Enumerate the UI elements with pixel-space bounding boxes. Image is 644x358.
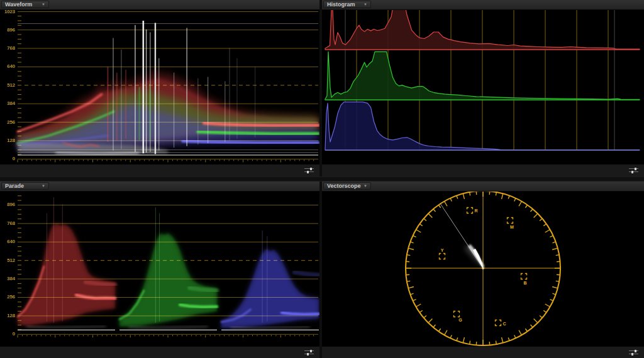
panel-divider-horizontal[interactable] [0, 176, 644, 182]
waveform-axis-label: 256 [0, 120, 15, 125]
parade-header: Parade ▼ [0, 182, 319, 192]
waveform-header: Waveform ▼ [0, 0, 319, 10]
waveform-axis-label: 384 [0, 101, 15, 106]
chevron-down-icon: ▼ [42, 3, 45, 6]
sliders-icon[interactable] [629, 349, 639, 355]
chevron-down-icon: ▼ [364, 184, 367, 188]
parade-axis-label: 512 [0, 258, 15, 263]
waveform-footer [0, 164, 319, 176]
vectorscope-panel: R M Y B G C Vectorscope ▼ [322, 182, 644, 358]
waveform-axis-label: 512 [0, 83, 15, 88]
histogram-footer [322, 164, 644, 176]
parade-footer [0, 346, 319, 358]
parade-axis-label: 384 [0, 276, 15, 281]
waveform-axis-label: 896 [0, 28, 15, 33]
parade-axis-label: 896 [0, 202, 15, 207]
vectorscope-header: Vectorscope ▼ [322, 182, 644, 192]
chevron-down-icon: ▼ [42, 184, 45, 188]
vectorscope-target-label-r: R [474, 209, 477, 213]
scopes-workspace: 1023 896 768 640 512 384 256 128 0 Wavef… [0, 0, 644, 358]
vectorscope-footer [322, 346, 644, 358]
vectorscope-title: Vectorscope [327, 183, 361, 189]
sliders-icon[interactable] [304, 167, 314, 173]
histogram-title: Histogram [327, 1, 355, 8]
parade-graph [0, 182, 319, 358]
parade-title: Parade [5, 183, 24, 189]
parade-panel: 896 768 640 512 384 256 128 0 Parade ▼ [0, 182, 319, 358]
waveform-axis-label: 768 [0, 46, 15, 51]
sliders-icon[interactable] [304, 349, 314, 355]
parade-type-dropdown[interactable]: Parade ▼ [1, 182, 49, 190]
vectorscope-target-label-c: C [502, 322, 506, 326]
sliders-icon[interactable] [629, 167, 639, 173]
vectorscope-target-label-g: G [458, 318, 462, 322]
vectorscope-target-label-m: M [510, 225, 514, 229]
histogram-graph [322, 0, 644, 176]
parade-axis-label: 128 [0, 313, 15, 318]
waveform-type-dropdown[interactable]: Waveform ▼ [1, 1, 49, 8]
parade-axis-label: 256 [0, 295, 15, 300]
parade-axis-label: 768 [0, 221, 15, 226]
waveform-title: Waveform [5, 1, 32, 8]
histogram-panel: Histogram ▼ [322, 0, 644, 176]
vectorscope-target-label-y: Y [441, 248, 444, 252]
waveform-graph [0, 0, 319, 176]
waveform-panel: 1023 896 768 640 512 384 256 128 0 Wavef… [0, 0, 319, 176]
parade-axis-label: 0 [0, 332, 15, 337]
chevron-down-icon: ▼ [364, 3, 367, 6]
vectorscope-target-label-b: B [523, 281, 526, 285]
histogram-header: Histogram ▼ [322, 0, 644, 10]
vectorscope-graph [322, 182, 644, 358]
waveform-axis-label: 640 [0, 64, 15, 69]
parade-axis-label: 640 [0, 239, 15, 244]
waveform-axis-label: 128 [0, 138, 15, 143]
vectorscope-type-dropdown[interactable]: Vectorscope ▼ [323, 182, 371, 190]
waveform-axis-label: 0 [0, 156, 15, 161]
histogram-type-dropdown[interactable]: Histogram ▼ [323, 1, 371, 8]
